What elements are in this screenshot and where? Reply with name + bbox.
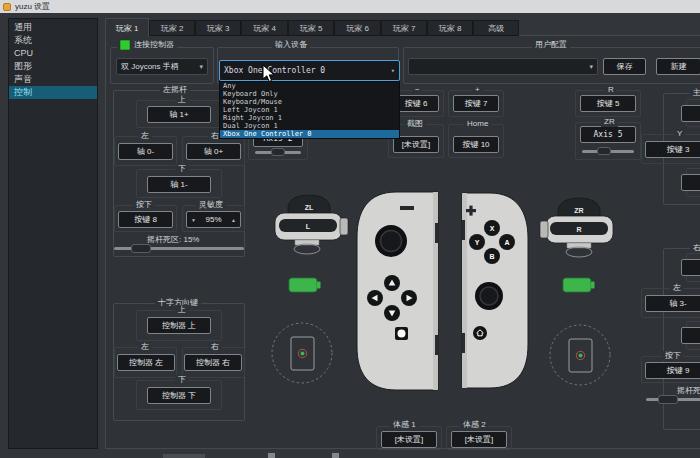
- right-stick-legend: 右摇杆: [690, 243, 700, 253]
- zr-button[interactable]: Axis 5: [580, 126, 636, 143]
- right-stick-press-button[interactable]: 按键 9: [645, 362, 700, 379]
- yuzu-icon: [3, 3, 11, 11]
- sidebar-item-audio[interactable]: 声音: [9, 73, 97, 86]
- tab-player-4[interactable]: 玩家 4: [241, 20, 288, 36]
- dropdown-option-xbox-controller[interactable]: Xbox One Controller 0: [220, 130, 399, 138]
- chevron-down-icon: ▾: [391, 67, 395, 75]
- dpad-left-button[interactable]: 控制器 左: [117, 354, 175, 371]
- tab-player-8[interactable]: 玩家 8: [427, 20, 473, 36]
- svg-text:Y: Y: [475, 239, 480, 246]
- sidebar-item-graphics[interactable]: 图形: [9, 60, 97, 73]
- increase-icon[interactable]: ▲: [231, 217, 236, 223]
- titlebar: yuzu 设置: [0, 0, 700, 13]
- cropped-row-hint: [163, 454, 205, 458]
- plus-button[interactable]: 按键 7: [453, 95, 499, 112]
- left-stick-left-button[interactable]: 轴 0-: [118, 143, 173, 160]
- tab-advanced[interactable]: 高级: [473, 20, 519, 36]
- dpad-right-button[interactable]: 控制器 右: [184, 354, 242, 371]
- sidebar-item-controls[interactable]: 控制: [9, 86, 97, 99]
- new-profile-button[interactable]: 新建: [656, 58, 700, 75]
- motion2-label: 体感 2: [460, 420, 489, 430]
- settings-window: yuzu 设置 通用 系统 CPU 图形 声音 控制 玩家 1 玩家 2 玩家 …: [0, 0, 700, 458]
- sidebar-item-general[interactable]: 通用: [9, 21, 97, 34]
- home-label: Home: [464, 119, 491, 129]
- home-button[interactable]: 按键 10: [453, 136, 499, 153]
- chevron-down-icon: ▾: [589, 63, 593, 71]
- dropdown-option-any[interactable]: Any: [220, 82, 399, 90]
- dpad-left-label: 左: [138, 342, 152, 352]
- tab-player-7[interactable]: 玩家 7: [381, 20, 427, 36]
- l-art-label: L: [306, 223, 311, 230]
- left-stick-legend: 左摇杆: [160, 85, 190, 95]
- screenshot-label: 截图: [404, 119, 426, 129]
- motion2-button[interactable]: [未设置]: [451, 431, 507, 448]
- tab-player-3[interactable]: 玩家 3: [195, 20, 241, 36]
- tab-player-2[interactable]: 玩家 2: [149, 20, 195, 36]
- rs-press-label: 按下: [662, 351, 684, 361]
- left-joycon-front: [357, 192, 438, 390]
- tab-player-6[interactable]: 玩家 6: [334, 20, 381, 36]
- dropdown-option-right-joycon[interactable]: Right Joycon 1: [220, 114, 399, 122]
- zl-slider-handle[interactable]: [271, 148, 285, 156]
- dpad-down-button[interactable]: 控制器 下: [147, 387, 211, 404]
- zl-art-label: ZL: [305, 204, 314, 211]
- motion-preview-left: [272, 323, 332, 383]
- zr-label: ZR: [601, 117, 618, 127]
- sidebar-item-cpu[interactable]: CPU: [9, 47, 97, 60]
- cropped-checkbox-2: [332, 453, 339, 458]
- left-stick-up-button[interactable]: 轴 1+: [147, 106, 211, 123]
- right-joycon-front: X Y A B: [462, 193, 528, 388]
- svg-text:A: A: [504, 239, 509, 246]
- ls-down-label: 下: [175, 164, 189, 174]
- right-stick-left-button[interactable]: 轴 3-: [645, 295, 700, 312]
- r-art-label: R: [576, 226, 581, 233]
- right-shoulder-top-view: ZR R: [540, 198, 613, 257]
- dropdown-option-keyboard-mouse[interactable]: Keyboard/Mouse: [220, 98, 399, 106]
- connect-controller-label: 连接控制器: [134, 40, 174, 50]
- rs-deadzone-slider-handle[interactable]: [658, 395, 678, 404]
- input-device-select[interactable]: Xbox One Controller 0 ▾: [219, 60, 400, 81]
- dropdown-option-keyboard-only[interactable]: Keyboard Only: [220, 90, 399, 98]
- face-y-button[interactable]: 按键 3: [645, 141, 700, 158]
- dropdown-option-left-joycon[interactable]: Left Joycon 1: [220, 106, 399, 114]
- connected-checkbox[interactable]: [120, 40, 130, 50]
- left-stick-right-button[interactable]: 轴 0+: [186, 143, 241, 160]
- motion-preview-right: [550, 325, 610, 385]
- sidebar-item-system[interactable]: 系统: [9, 34, 97, 47]
- r-button[interactable]: 按键 5: [580, 95, 636, 112]
- ls-press-label: 按下: [133, 200, 155, 210]
- face-x-button[interactable]: 按键: [681, 105, 700, 122]
- save-profile-button[interactable]: 保存: [603, 58, 646, 75]
- dpad-up-label: 上: [175, 305, 189, 315]
- window-title: yuzu 设置: [15, 1, 50, 12]
- right-stick-down-button[interactable]: 轴: [681, 327, 700, 344]
- face-b-button[interactable]: 按键: [681, 174, 700, 191]
- zr-slider-handle[interactable]: [597, 147, 611, 155]
- right-stick-up-button[interactable]: 轴: [681, 259, 700, 276]
- plus-label: +: [472, 85, 483, 95]
- sensitivity-stepper[interactable]: ▼ 95% ▲: [186, 211, 241, 228]
- dpad-up-button[interactable]: 控制器 上: [147, 317, 211, 334]
- motion1-button[interactable]: [未设置]: [381, 431, 437, 448]
- profile-select[interactable]: ▾: [408, 58, 598, 75]
- minus-label: −: [412, 85, 423, 95]
- r-label: R: [605, 85, 617, 95]
- dpad-right-label: 右: [208, 342, 222, 352]
- controller-type-select[interactable]: 双 Joycons 手柄 ▾: [116, 58, 208, 75]
- ls-left-label: 左: [138, 131, 152, 141]
- tab-player-1[interactable]: 玩家 1: [105, 18, 149, 37]
- rs-left-label: 左: [670, 283, 684, 293]
- rs-deadzone-label: 摇杆死区:: [677, 385, 700, 396]
- input-device-legend: 输入设备: [272, 40, 310, 50]
- face-buttons-legend: 主要按键: [690, 88, 700, 98]
- left-stick-press-button[interactable]: 按键 8: [118, 211, 173, 228]
- cropped-checkbox-1: [268, 453, 275, 458]
- profile-legend: 用户配置: [532, 40, 570, 50]
- joycon-illustration: ZL L ZR R: [250, 165, 640, 415]
- left-stick-down-button[interactable]: 轴 1-: [147, 176, 211, 193]
- deadzone-slider-handle[interactable]: [131, 244, 151, 253]
- dropdown-option-dual-joycon[interactable]: Dual Joycon 1: [220, 122, 399, 130]
- tab-player-5[interactable]: 玩家 5: [288, 20, 334, 36]
- home-button-art: [473, 326, 487, 340]
- decrease-icon[interactable]: ▼: [191, 217, 196, 223]
